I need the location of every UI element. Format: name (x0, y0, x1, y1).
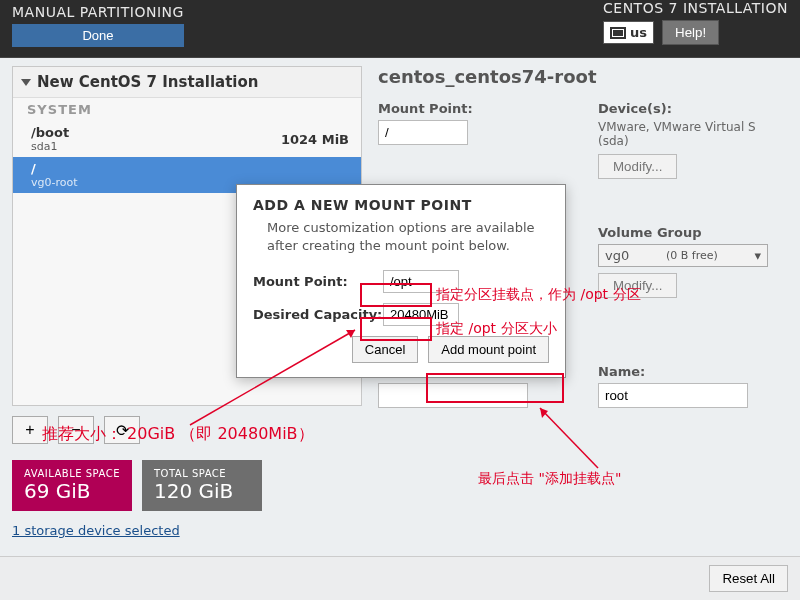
device-label: Device(s): (598, 101, 788, 116)
add-mount-point-button[interactable]: Add mount point (428, 336, 549, 363)
mount-label: Mount Point: (378, 101, 568, 116)
topbar: MANUAL PARTITIONING Done CENTOS 7 INSTAL… (0, 0, 800, 58)
keyboard-indicator[interactable]: us (603, 21, 654, 44)
annotation-text-1: 指定分区挂载点，作为 /opt 分区 (436, 286, 641, 304)
storage-devices-link[interactable]: 1 storage device selected (12, 523, 362, 538)
reset-all-button[interactable]: Reset All (709, 565, 788, 592)
vg-select[interactable]: vg0 (0 B free) ▾ (598, 244, 768, 267)
annotation-text-4: 最后点击 "添加挂载点" (478, 470, 621, 488)
system-section-label: SYSTEM (27, 102, 347, 117)
total-space-box: TOTAL SPACE 120 GiB (142, 460, 262, 511)
annotation-text-3: 推荐大小： 20GiB （即 20480MiB） (42, 424, 314, 445)
mount-field: Mount Point: (378, 101, 568, 179)
device-field: Device(s): VMware, VMware Virtual S (sda… (598, 101, 788, 179)
device-name: vg0-root (31, 176, 78, 189)
dialog-title: ADD A NEW MOUNT POINT (253, 197, 549, 213)
done-button[interactable]: Done (12, 24, 184, 47)
keyboard-icon (610, 27, 626, 39)
total-label: TOTAL SPACE (154, 468, 250, 479)
capacity-label: Desired Capacity: (253, 307, 383, 322)
annotation-text-2: 指定 /opt 分区大小 (436, 320, 557, 338)
name-input[interactable] (598, 383, 748, 408)
vg-free: (0 B free) (666, 249, 718, 262)
device-text: VMware, VMware Virtual S (sda) (598, 120, 788, 148)
caret-down-icon (21, 79, 31, 86)
detail-header: centos_centos74-root (378, 66, 788, 87)
partition-row-boot[interactable]: /boot sda1 1024 MiB (13, 121, 361, 157)
topbar-left: MANUAL PARTITIONING Done (12, 0, 184, 47)
name-field: Name: (598, 364, 788, 408)
avail-label: AVAILABLE SPACE (24, 468, 120, 479)
bottom-bar: Reset All (0, 556, 800, 600)
partition-size: 1024 MiB (281, 132, 349, 147)
avail-value: 69 GiB (24, 479, 120, 503)
page-title: MANUAL PARTITIONING (12, 4, 184, 20)
dialog-buttons: Cancel Add mount point (253, 336, 549, 363)
partition-list-title: New CentOS 7 Installation (37, 73, 258, 91)
label-input[interactable] (378, 383, 528, 408)
space-summary: AVAILABLE SPACE 69 GiB TOTAL SPACE 120 G… (12, 460, 362, 511)
available-space-box: AVAILABLE SPACE 69 GiB (12, 460, 132, 511)
add-mount-point-dialog: ADD A NEW MOUNT POINT More customization… (236, 184, 566, 378)
keyboard-layout: us (630, 25, 647, 40)
cancel-button[interactable]: Cancel (352, 336, 418, 363)
mount-path: / (31, 161, 78, 176)
name-label: Name: (598, 364, 788, 379)
install-title: CENTOS 7 INSTALLATION (603, 0, 788, 16)
vg-value: vg0 (605, 248, 629, 263)
dialog-subtitle: More customization options are available… (267, 219, 549, 254)
mount-point-label: Mount Point: (253, 274, 383, 289)
chevron-down-icon: ▾ (754, 248, 761, 263)
modify-device-button[interactable]: Modify... (598, 154, 677, 179)
total-value: 120 GiB (154, 479, 250, 503)
partition-list-header[interactable]: New CentOS 7 Installation (13, 67, 361, 98)
device-name: sda1 (31, 140, 69, 153)
vg-label: Volume Group (598, 225, 788, 240)
topbar-right: CENTOS 7 INSTALLATION us Help! (603, 0, 788, 45)
mount-input[interactable] (378, 120, 468, 145)
help-button[interactable]: Help! (662, 20, 719, 45)
mount-path: /boot (31, 125, 69, 140)
